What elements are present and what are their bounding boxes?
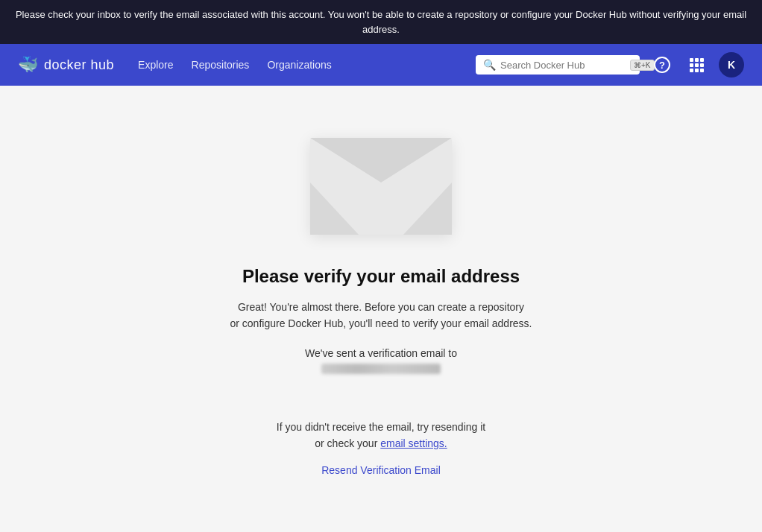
resend-section: If you didn't receive the email, try res… [277, 419, 485, 476]
nav-explore[interactable]: Explore [138, 59, 173, 71]
subtitle-line1: Great! You're almost there. Before you c… [238, 301, 524, 313]
logo[interactable]: 🐳 docker hub [18, 55, 114, 75]
verification-banner: Please check your inbox to verify the em… [0, 0, 762, 44]
blurred-email [321, 364, 441, 374]
user-avatar[interactable]: K [719, 52, 744, 77]
search-box[interactable]: 🔍 ⌘+K [476, 55, 640, 75]
banner-text: Please check your inbox to verify the em… [16, 9, 746, 35]
page-title: Please verify your email address [242, 266, 520, 287]
envelope-shadow-left [310, 183, 359, 235]
nav-right: 🔍 ⌘+K ? K [476, 52, 744, 77]
nav-links: Explore Repositories Organizations [138, 59, 476, 71]
logo-text: docker hub [44, 57, 114, 73]
nav-organizations[interactable]: Organizations [267, 59, 331, 71]
resend-line2: or check your [315, 437, 377, 449]
sent-text: We've sent a verification email to [305, 347, 457, 359]
search-input[interactable] [500, 60, 626, 71]
help-button[interactable]: ? [650, 53, 674, 77]
page-subtitle: Great! You're almost there. Before you c… [230, 299, 532, 332]
envelope-shadow-right [403, 183, 452, 235]
envelope-illustration [306, 130, 456, 242]
nav-repositories[interactable]: Repositories [192, 59, 250, 71]
resend-line1: If you didn't receive the email, try res… [277, 421, 485, 433]
main-content: Please verify your email address Great! … [0, 86, 762, 532]
email-settings-link[interactable]: email settings. [380, 437, 447, 449]
apps-button[interactable] [684, 53, 708, 77]
envelope-flap [310, 138, 452, 183]
resend-verification-button[interactable]: Resend Verification Email [277, 464, 485, 476]
search-icon: 🔍 [483, 59, 496, 71]
resend-prompt: If you didn't receive the email, try res… [277, 419, 485, 452]
subtitle-line2: or configure Docker Hub, you'll need to … [230, 317, 532, 329]
question-icon: ? [654, 57, 670, 73]
grid-icon [690, 58, 704, 72]
navbar: 🐳 docker hub Explore Repositories Organi… [0, 44, 762, 86]
avatar-initial: K [728, 59, 735, 71]
docker-whale-icon: 🐳 [18, 55, 38, 75]
